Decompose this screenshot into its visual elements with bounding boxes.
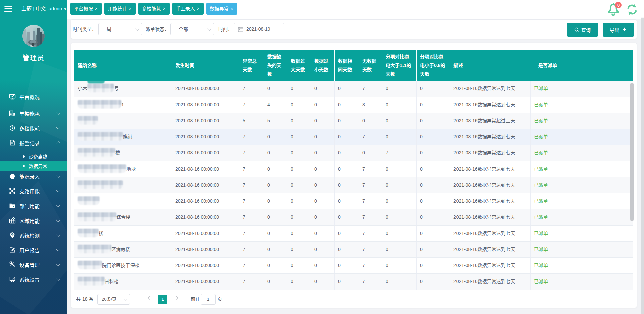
svg-text:0: 0: [617, 3, 620, 8]
